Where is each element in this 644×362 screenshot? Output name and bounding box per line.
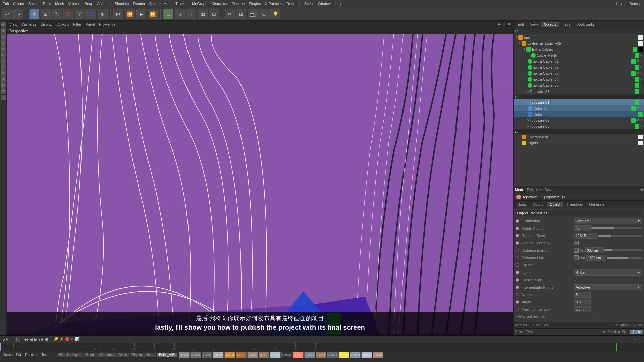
tree-item-extra-cable-05[interactable]: Extra Cable_05 ✓ [514, 82, 644, 88]
toolbar-render-view[interactable]: ⊙ [259, 9, 269, 19]
toolbar-scale[interactable]: ⊞ [41, 9, 51, 19]
tl-icon-3[interactable]: 🔴 [65, 337, 70, 341]
toolbar-coord[interactable]: ⊕ [98, 9, 108, 19]
prop-dist-min-input[interactable]: 300 cm [585, 247, 604, 253]
toolbar-camera[interactable]: 📷 [248, 9, 258, 19]
left-tool-move[interactable]: ✥ [1, 28, 6, 34]
tree-item-cube[interactable]: Cube [514, 111, 644, 117]
mat-swatch-dcond1[interactable]: D_Cond [190, 352, 201, 358]
mat-swatch-dcond2[interactable]: D_Cond [202, 352, 212, 358]
menu-snap[interactable]: Snap [85, 2, 93, 6]
mat-filter-glass[interactable]: Glass [116, 353, 129, 357]
prop-seed-slider[interactable] [598, 235, 642, 237]
objects-tab-bookmarks[interactable]: Bookmarks [574, 22, 597, 27]
tree-item-cable-perfil[interactable]: Cable_Perfil ✓ [514, 52, 644, 58]
tl-icon-1[interactable]: 🔑 [54, 337, 58, 341]
mat-swatch-cbronz1[interactable]: C_Bronz [316, 352, 326, 358]
toolbar-poly-mode[interactable]: ▦ [198, 9, 208, 19]
tree-item-topowire-01[interactable]: ▼ ∿ Topowire 01 ✓ [514, 99, 644, 105]
tl-icon-2[interactable]: ⚡ [59, 337, 64, 341]
mat-create-tab[interactable]: Edit [15, 353, 23, 357]
viewport-btn-3[interactable]: ✕ [507, 22, 511, 26]
mat-texture-tab[interactable]: Texture [40, 353, 54, 357]
prop-advanced-settings[interactable]: Advanced Settings [516, 313, 642, 320]
viewport-tab-panel[interactable]: Panel [86, 22, 95, 26]
toolbar-point-mode[interactable]: · [186, 9, 196, 19]
toolbar-play-forward[interactable]: ⏩ [148, 9, 158, 19]
viewport-tab-view[interactable]: View [9, 22, 17, 26]
tree-item-extra-cables[interactable]: ▼ Extra Cables [514, 46, 644, 52]
tree-item-topowire-03a[interactable]: ∿ Topowire 03 ✓ [514, 88, 644, 95]
tl-icon-4[interactable]: ⚙ [71, 337, 74, 341]
prop-distribution-dropdown[interactable]: Random ▼ [574, 218, 642, 224]
mat-filter-all[interactable]: All [57, 353, 64, 357]
prop-dist-max-slider[interactable] [607, 257, 642, 259]
toolbar-y-axis[interactable]: Y [75, 9, 85, 19]
menu-select[interactable]: Select [28, 2, 39, 6]
mat-swatch-bulbm1[interactable]: Bulb M [247, 352, 258, 358]
mat-filter-neon[interactable]: Neon [144, 353, 156, 357]
mat-swatch-bulbgl[interactable]: Bulb Gl [236, 352, 247, 358]
toolbar-play[interactable]: ▶ [136, 9, 146, 19]
prop-seed-input[interactable]: 12345 [574, 233, 597, 239]
menu-xparticles[interactable]: X-Particles [265, 2, 283, 6]
objects-tab-edit[interactable]: Edit [515, 22, 527, 27]
mat-swatch-ciron1a[interactable]: C_Iron_1 [304, 352, 315, 358]
toolbar-uv-mode[interactable]: ⊡ [209, 9, 219, 19]
toolbar-undo[interactable]: ↩ [2, 9, 12, 19]
mat-swatch-cblack[interactable]: C_Black [281, 352, 292, 358]
mat-swatch-cbronz2[interactable]: C_Bronz [373, 352, 383, 358]
prop-number-input[interactable]: 5 [574, 292, 591, 298]
viewport-btn-1[interactable]: ◈ [498, 22, 500, 26]
tree-item-environment[interactable]: Environment [514, 134, 644, 140]
toolbar-edge-mode[interactable]: ◇ [175, 9, 185, 19]
left-tool-spline[interactable]: ∿ [1, 58, 6, 64]
mat-swatch-calumi[interactable]: C_Alumi [270, 352, 281, 358]
toolbar-x-axis[interactable]: X [63, 9, 73, 19]
left-tool-render[interactable]: ⬚ [1, 95, 6, 100]
apply-button[interactable]: Apply [630, 330, 643, 334]
prop-mode-mode[interactable]: Mode [515, 188, 524, 192]
tl-record[interactable]: ⏺ [44, 337, 49, 342]
toolbar-light[interactable]: 💡 [270, 9, 280, 19]
tree-item-extra-cable-01[interactable]: Extra Cable_01 ✓ ✓ [514, 58, 644, 64]
menu-edit[interactable]: Edit [3, 2, 9, 6]
left-tool-magnet[interactable]: ⊙ [1, 52, 6, 58]
menu-simulate[interactable]: Simulate [115, 2, 129, 6]
prop-dist-min-slider[interactable] [604, 249, 642, 251]
tree-item-lahincha[interactable]: ▼ LaHincha_Logo_v05 [514, 40, 644, 46]
menu-mograph[interactable]: MoGraph [192, 2, 207, 6]
prop-angle-input[interactable]: 0.5 ° [574, 299, 591, 305]
mat-swatch-basicgl2[interactable]: Basic Gl [361, 352, 372, 358]
prop-intermediate-dropdown[interactable]: Adaptive ▼ [574, 284, 642, 290]
prop-tab-coord[interactable]: Coord. [530, 202, 546, 207]
mat-filter-bulbs[interactable]: Bulbs_v05 [157, 353, 177, 357]
viewport-tab-display[interactable]: Display [40, 22, 52, 26]
menu-tools[interactable]: Tools [43, 2, 51, 6]
prop-points-slider[interactable] [591, 227, 642, 229]
left-tool-poly[interactable]: ◈ [1, 76, 6, 82]
tl-go-end[interactable]: ⏭ [39, 337, 43, 342]
mat-swatch-ciron1b[interactable]: C_Iron_1 [350, 352, 361, 358]
left-tool-knife[interactable]: ✂ [1, 64, 6, 70]
tree-item-extra-cable-02[interactable]: Extra Cable_02 ✓ [514, 64, 644, 70]
viewport-tab-cameras[interactable]: Cameras [21, 22, 37, 26]
menu-pipeline[interactable]: Pipeline [231, 2, 245, 6]
toolbar-redo[interactable]: ↪ [13, 9, 23, 19]
timeline-track[interactable]: 051015202530354045505560657075 [0, 343, 644, 351]
menu-plugins[interactable]: Plugins [249, 2, 261, 6]
menu-create[interactable]: Create [13, 2, 24, 6]
menu-redshift[interactable]: Redshift [287, 2, 300, 6]
menu-sculpt[interactable]: Sculpt [149, 2, 160, 6]
mat-function-tab[interactable]: Function [24, 353, 39, 357]
prop-tab-transform[interactable]: Transform [564, 202, 586, 207]
tree-item-extra-cable-03[interactable]: Extra Cable_03 ✓ ✓ [514, 70, 644, 76]
tree-item-lights[interactable]: _lights_ [514, 140, 644, 146]
toolbar-play-back[interactable]: ⏮ [113, 9, 123, 19]
menu-mesh[interactable]: Mesh [55, 2, 64, 6]
toolbar-rotate[interactable]: ↻ [52, 9, 62, 19]
tl-icon-5[interactable]: 📊 [75, 337, 80, 341]
prop-dist-max-input[interactable]: 1500 cm [586, 255, 606, 261]
menu-window[interactable]: Window [318, 2, 331, 6]
menu-render[interactable]: Render [133, 2, 145, 6]
